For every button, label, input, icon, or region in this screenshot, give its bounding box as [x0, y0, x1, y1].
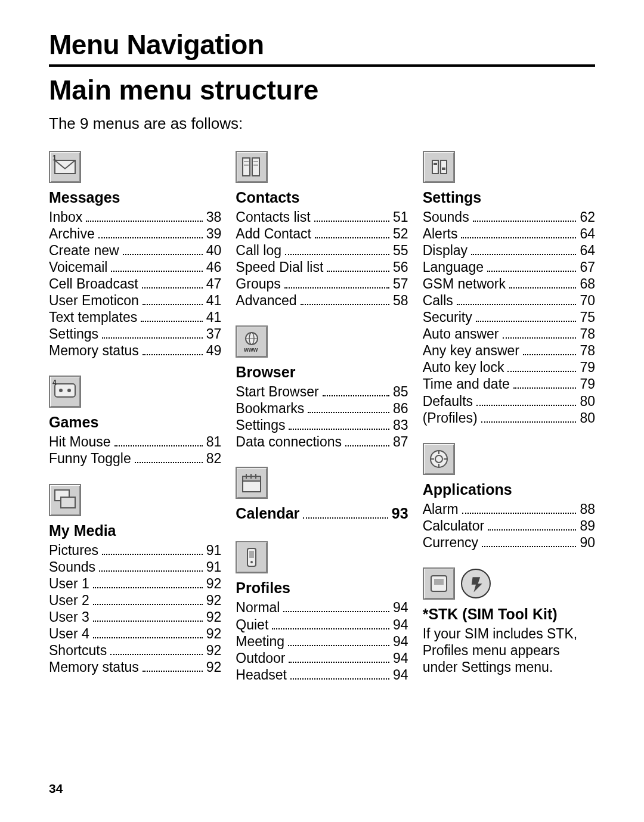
leader-dots — [476, 405, 576, 406]
menu-title: Messages — [49, 189, 221, 206]
column: 1MessagesInbox38Archive39Create new40Voi… — [49, 151, 221, 700]
menu-item-label: Archive — [49, 225, 95, 242]
menu-item: Alerts64 — [423, 225, 595, 242]
leader-dots — [114, 445, 203, 446]
menu-item-label: Text templates — [49, 309, 137, 325]
menu-item: GSM network68 — [423, 275, 595, 292]
menu-item-label: Funny Toggle — [49, 450, 131, 467]
leader-dots — [102, 554, 203, 555]
menu-item-label: Language — [423, 259, 484, 275]
menu-item-label: Alerts — [423, 225, 458, 242]
menu-item-page: 78 — [580, 325, 595, 342]
leader-dots — [135, 462, 203, 463]
menu-item-label: Defaults — [423, 393, 473, 410]
menu-item-label: Start Browser — [236, 383, 318, 400]
menu-item: Calculator89 — [423, 517, 595, 534]
menu-item-page: 52 — [393, 225, 408, 242]
svg-rect-26 — [432, 160, 438, 173]
menu-item-page: 79 — [580, 359, 595, 376]
menu-title-page: 93 — [392, 505, 408, 522]
menu-item-page: 70 — [580, 292, 595, 309]
messages-icon: 1 — [49, 151, 81, 183]
menu-item: Memory status92 — [49, 659, 221, 675]
menu-item-label: Memory status — [49, 342, 139, 359]
menu-item-page: 91 — [206, 559, 222, 575]
menu-item: Call log55 — [236, 242, 408, 259]
menu-item-label: Settings — [236, 417, 285, 433]
menu-item-page: 83 — [393, 417, 408, 433]
menu-item-label: Outdoor — [236, 650, 285, 666]
menu-item: Auto answer78 — [423, 325, 595, 342]
menu-item-page: 92 — [206, 659, 222, 675]
menu-item: Time and date79 — [423, 376, 595, 392]
menu-block: SettingsSounds62Alerts64Display64Languag… — [423, 151, 595, 426]
leader-dots — [98, 237, 203, 238]
menu-item-page: 64 — [580, 225, 595, 242]
leader-dots — [284, 287, 389, 289]
menu-item-page: 46 — [206, 259, 222, 275]
svg-point-25 — [250, 561, 253, 563]
menu-item: Alarm88 — [423, 501, 595, 517]
leader-dots — [303, 517, 388, 519]
menu-block: *STK (SIM Tool Kit)If your SIM includes … — [423, 567, 595, 675]
leader-dots — [523, 354, 576, 355]
mymedia-icon — [49, 484, 81, 516]
leader-dots — [507, 371, 576, 372]
menu-title: Settings — [423, 189, 595, 206]
menu-block: 1MessagesInbox38Archive39Create new40Voi… — [49, 151, 221, 359]
menu-item: Cell Broadcast47 — [49, 275, 221, 292]
menu-block: wwwBrowserStart Browser85Bookmarks86Sett… — [236, 325, 408, 450]
menu-item: Create new40 — [49, 242, 221, 259]
menu-item-label: User 2 — [49, 592, 89, 609]
svg-point-4 — [67, 389, 71, 392]
svg-rect-27 — [441, 160, 447, 173]
menu-item-page: 92 — [206, 592, 222, 609]
menu-title: Contacts — [236, 189, 408, 206]
leader-dots — [289, 662, 389, 663]
menu-item-page: 62 — [580, 209, 595, 225]
menu-item-page: 80 — [580, 393, 595, 410]
page-number: 34 — [49, 781, 63, 796]
svg-text:www: www — [243, 346, 258, 353]
leader-dots — [345, 445, 389, 446]
menu-item-page: 41 — [206, 292, 222, 309]
leader-dots — [482, 546, 576, 547]
games-icon: 4 — [49, 376, 81, 408]
leader-dots — [86, 221, 202, 222]
applications-icon — [423, 443, 455, 475]
leader-dots — [99, 570, 203, 572]
menu-item-label: Meeting — [236, 633, 284, 650]
menu-item-label: Cell Broadcast — [49, 275, 138, 292]
leader-dots — [93, 637, 203, 638]
menu-item-label: User Emoticon — [49, 292, 139, 309]
menu-item-label: Groups — [236, 275, 280, 292]
menu-item-page: 57 — [393, 275, 408, 292]
column: SettingsSounds62Alerts64Display64Languag… — [423, 151, 595, 700]
svg-text:1: 1 — [52, 154, 57, 162]
menu-item-label: Settings — [49, 325, 98, 342]
menu-item: User 292 — [49, 592, 221, 609]
leader-dots — [314, 221, 389, 222]
menu-item-label: Any key answer — [423, 342, 519, 359]
menu-item-label: Contacts list — [236, 209, 310, 225]
leader-dots — [93, 621, 203, 622]
svg-rect-37 — [434, 579, 444, 585]
menu-item: User 492 — [49, 625, 221, 642]
leader-dots — [289, 429, 389, 430]
leader-dots — [327, 271, 389, 272]
leader-dots — [143, 304, 203, 305]
intro-text: The 9 menus are as follows: — [49, 114, 595, 133]
menu-item-label: Currency — [423, 534, 478, 551]
menu-item: Start Browser85 — [236, 383, 408, 400]
menu-item-label: Memory status — [49, 659, 139, 675]
leader-dots — [513, 387, 577, 389]
leader-dots — [285, 254, 389, 255]
page: Menu Navigation Main menu structure The … — [0, 0, 644, 822]
leader-dots — [462, 513, 577, 514]
menu-item-label: Speed Dial list — [236, 259, 323, 275]
menu-block: ApplicationsAlarm88Calculator89Currency9… — [423, 443, 595, 551]
menu-item-label: Display — [423, 242, 467, 259]
menu-title: My Media — [49, 522, 221, 539]
leader-dots — [143, 671, 203, 672]
menu-item: Sounds91 — [49, 559, 221, 575]
